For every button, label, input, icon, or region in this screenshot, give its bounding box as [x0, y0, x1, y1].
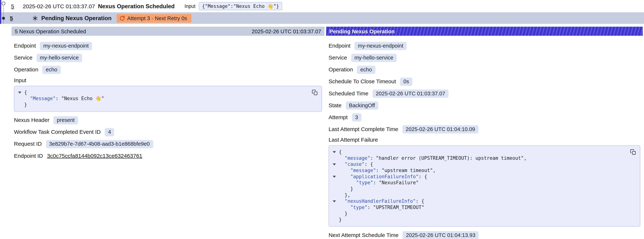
json-punct: { [24, 90, 27, 95]
event-detail-header-title: 5 Nexus Operation Scheduled [15, 28, 86, 34]
json-value: "upstream timeout" [382, 168, 433, 173]
field-row: Endpoint my-nexus-endpoint [328, 42, 640, 50]
event-history-row[interactable]: 5 2025-02-26 UTC 01:03:37.07 Nexus Opera… [0, 0, 644, 12]
code-line: } [329, 211, 626, 217]
field-row: Service my-hello-service [328, 54, 640, 62]
json-key: "nexusHandlerFailureInfo" [344, 198, 416, 204]
field-label: Endpoint [328, 43, 350, 49]
json-value: "Nexus Echo 👋" [61, 96, 104, 102]
json-punct: } [350, 186, 353, 192]
field-row: State BackingOff [328, 101, 640, 110]
field-label: Service [328, 54, 347, 61]
collapse-chevron-icon[interactable] [332, 176, 336, 178]
field-label: Scheduled Time [328, 90, 368, 96]
field-value-chip: 2025-02-26 UTC 01:03:37.07 [372, 89, 448, 98]
pending-operation-body: Endpoint my-nexus-endpoint Service my-he… [326, 36, 643, 239]
pending-asterisk-icon [32, 15, 38, 21]
json-value: "UPSTREAM_TIMEOUT" [373, 204, 424, 210]
field-label: Service [14, 54, 32, 61]
field-row: Attempt 3 [328, 113, 640, 122]
field-label: Nexus Header [14, 117, 50, 123]
event-detail-body: Endpoint my-nexus-endpoint Service my-he… [12, 36, 324, 168]
code-line: } [329, 186, 626, 192]
json-key: "applicationFailureInfo" [350, 174, 419, 179]
json-punct: : [373, 180, 379, 186]
code-line: "message": "handler error (UPSTREAM_TIME… [329, 155, 626, 162]
event-title: Nexus Operation Scheduled [98, 3, 175, 10]
field-value-chip: my-hello-service [351, 54, 396, 62]
failure-json-viewer: {"message": "handler error (UPSTREAM_TIM… [328, 145, 640, 226]
copy-button[interactable] [311, 89, 319, 96]
failure-section-label: Last Attempt Failure [328, 137, 640, 143]
retry-badge-label: Attempt 3 · Next Retry 0s [127, 15, 187, 21]
event-id-link[interactable]: 5 [11, 3, 14, 9]
field-label: Operation [14, 66, 38, 73]
code-line: "applicationFailureInfo": { [329, 174, 626, 180]
copy-button[interactable] [629, 148, 637, 156]
field-label: State [328, 102, 342, 108]
json-punct: : { [416, 198, 424, 204]
field-value-chip: echo [357, 66, 375, 74]
event-timeline-gutter [0, 0, 9, 24]
json-punct: : [376, 168, 382, 173]
json-key: "type" [356, 180, 373, 186]
field-label: Last Attempt Complete Time [328, 126, 398, 132]
field-label: Operation [328, 66, 353, 73]
timeline-node-dot-icon [2, 17, 5, 20]
code-line: "Message": "Nexus Echo 👋" [14, 96, 308, 102]
field-row: Nexus Header present [14, 116, 322, 124]
field-label: Request ID [14, 141, 42, 147]
field-value-chip: 2025-02-26 UTC 01:04:13.93 [402, 231, 478, 239]
field-label: Attempt [328, 114, 348, 120]
collapse-chevron-icon[interactable] [332, 164, 336, 166]
pending-operation-header: Pending Nexus Operation [326, 27, 643, 36]
collapse-chevron-icon[interactable] [18, 92, 22, 94]
collapse-chevron-icon[interactable] [332, 151, 336, 153]
field-value-chip: BackingOff [346, 101, 378, 110]
pending-operation-title: Pending Nexus Operation [41, 15, 112, 22]
field-label: Endpoint ID [14, 153, 43, 159]
json-punct: , [524, 155, 527, 161]
pending-operation-row[interactable]: 5 Pending Nexus Operation Attempt 3 · Ne… [0, 12, 644, 24]
json-key: "cause" [344, 162, 364, 167]
retry-status-badge: Attempt 3 · Next Retry 0s [116, 14, 191, 22]
json-value: "NexusFailure" [379, 180, 419, 186]
field-label: Next Attempt Schedule Time [328, 232, 398, 238]
collapse-chevron-icon[interactable] [332, 200, 336, 202]
field-row: Scheduled Time 2025-02-26 UTC 01:03:37.0… [328, 89, 640, 98]
field-value-chip: my-nexus-endpoint [40, 42, 92, 50]
json-punct: , [433, 168, 436, 173]
input-inline-label: Input [184, 3, 196, 9]
workflow-history-view: 5 2025-02-26 UTC 01:03:37.07 Nexus Opera… [0, 0, 644, 239]
pending-event-id-link[interactable]: 5 [10, 15, 13, 21]
json-key: "type" [350, 204, 368, 210]
field-value-chip: 4 [105, 128, 114, 136]
field-value-chip: echo [42, 66, 60, 74]
field-label: Workflow Task Completed Event ID [14, 129, 101, 135]
endpoint-id-link[interactable]: 3c0c75ccfa8144b092c13ce632463761 [47, 153, 142, 159]
field-row: Schedule To Close Timeout 0s [328, 77, 640, 86]
code-line: } [329, 217, 626, 223]
code-line: { [329, 149, 626, 155]
input-json-viewer: {"Message": "Nexus Echo 👋"} [14, 86, 322, 112]
field-value-chip: my-nexus-endpoint [354, 42, 406, 50]
field-row: Service my-hello-service [14, 54, 322, 62]
json-value: "handler error (UPSTREAM_TIMEOUT): upstr… [376, 155, 524, 161]
field-row: Workflow Task Completed Event ID 4 [14, 128, 322, 136]
code-line: { [14, 90, 308, 96]
field-row: Next Attempt Schedule Time 2025-02-26 UT… [328, 231, 640, 239]
field-row: Endpoint my-nexus-endpoint [14, 42, 322, 50]
code-line: "message": "upstream timeout", [329, 168, 626, 174]
field-row: Endpoint ID 3c0c75ccfa8144b092c13ce63246… [14, 152, 322, 160]
code-line: "cause": { [329, 162, 626, 168]
pending-operation-header-title: Pending Nexus Operation [329, 28, 395, 34]
json-key: "message" [350, 168, 376, 173]
json-punct: } [24, 102, 27, 108]
timeline-dashed-line [3, 6, 4, 24]
retry-icon [119, 15, 125, 21]
field-value-chip: 0s [400, 78, 412, 86]
json-punct: : { [364, 162, 373, 167]
code-line: } [14, 102, 308, 108]
code-line: }, [329, 192, 626, 198]
event-detail-header-timestamp: 2025-02-26 UTC 01:03:37.07 [252, 28, 321, 34]
